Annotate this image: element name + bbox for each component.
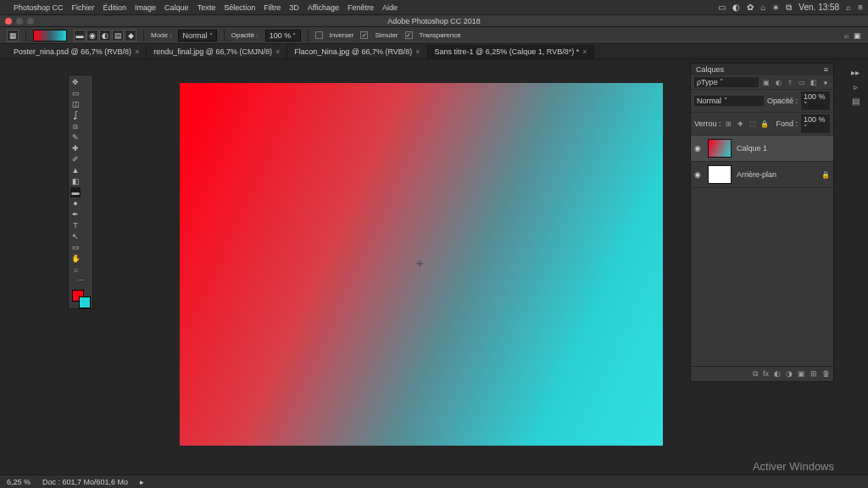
heal-tool-icon[interactable]: ✚ (70, 143, 81, 153)
tray-bt-icon[interactable]: ∗ (772, 3, 779, 12)
maximize-icon[interactable] (27, 18, 34, 25)
hand-tool-icon[interactable]: ✋ (70, 253, 81, 263)
gradient-linear-icon[interactable]: ▬ (74, 30, 86, 42)
close-tab-icon[interactable]: × (135, 47, 139, 56)
filter-adjust-icon[interactable]: ◐ (774, 78, 782, 86)
lock-all-icon[interactable]: 🔒 (760, 119, 769, 128)
filter-toggle-icon[interactable]: ● (821, 78, 830, 86)
gradient-tool-icon[interactable]: ▬ (70, 187, 81, 197)
menu-help[interactable]: Aide (382, 3, 398, 12)
simulate-checkbox[interactable]: ✓ (360, 31, 368, 39)
path-tool-icon[interactable]: ↖ (70, 231, 81, 241)
blur-tool-icon[interactable]: ● (70, 198, 81, 208)
filter-type-icon[interactable]: T (786, 78, 794, 86)
visibility-icon[interactable]: ◉ (694, 144, 703, 152)
close-tab-icon[interactable]: × (415, 47, 420, 56)
zoom-tool-icon[interactable]: ⌕ (70, 264, 81, 274)
layer-item[interactable]: ◉ Calque 1 (691, 136, 833, 162)
reverse-checkbox[interactable] (315, 31, 323, 39)
layer-thumbnail[interactable] (708, 139, 732, 158)
opacity-select[interactable]: 100 % ˅ (265, 30, 301, 42)
layer-name[interactable]: Arrière-plan (737, 170, 776, 179)
background-color[interactable] (79, 297, 91, 308)
history-icon[interactable]: ▹ (854, 82, 858, 92)
eyedrop-tool-icon[interactable]: ✎ (70, 132, 81, 142)
tray-cc-icon[interactable]: ⌂ (760, 3, 765, 12)
new-layer-icon[interactable]: ⊞ (810, 369, 817, 379)
adjustment-layer-icon[interactable]: ◑ (786, 369, 793, 379)
mode-select[interactable]: Normal ˅ (178, 30, 216, 42)
search-icon[interactable]: ⌕ (844, 31, 849, 40)
workspace-icon[interactable]: ▣ (854, 31, 861, 40)
fill-input[interactable]: 100 % ˅ (801, 114, 830, 133)
shape-tool-icon[interactable]: ▭ (70, 242, 81, 252)
menu-image[interactable]: Image (135, 3, 156, 12)
chevron-icon[interactable]: ▸ (140, 478, 144, 486)
layer-fx-icon[interactable]: fx (763, 369, 769, 379)
document-tab[interactable]: rendu_final.jpg @ 66,7% (CMJN/8)× (147, 45, 287, 58)
crop-tool-icon[interactable]: ⧈ (70, 121, 81, 131)
panel-menu-icon[interactable]: ≡ (824, 65, 828, 74)
lock-icon[interactable]: 🔒 (821, 171, 830, 179)
menu-3d[interactable]: 3D (289, 3, 299, 12)
lock-artboard-icon[interactable]: ⬚ (748, 119, 757, 128)
group-icon[interactable]: ▣ (798, 369, 805, 379)
layer-item[interactable]: ◉ Arrière-plan 🔒 (691, 162, 833, 188)
gradient-diamond-icon[interactable]: ◆ (125, 30, 136, 42)
layer-mask-icon[interactable]: ◐ (774, 369, 781, 379)
pen-tool-icon[interactable]: ✒ (70, 209, 81, 219)
eraser-tool-icon[interactable]: ◧ (70, 176, 81, 186)
gradient-reflected-icon[interactable]: ▤ (112, 30, 124, 42)
document-tab[interactable]: Sans titre-1 @ 6,25% (Calque 1, RVB/8*) … (428, 45, 595, 58)
blend-mode-select[interactable]: Normal ˅ (694, 96, 764, 106)
type-tool-icon[interactable]: T (70, 220, 81, 230)
close-tab-icon[interactable]: × (582, 47, 587, 56)
layer-filter-select[interactable]: ρType ˅ (694, 77, 759, 87)
tray-wifi-icon[interactable]: ⧉ (786, 3, 792, 13)
lock-position-icon[interactable]: ✚ (737, 119, 745, 128)
document-tab[interactable]: Poster_nina.psd @ 66,7% (RVB/8)× (7, 45, 147, 58)
filter-shape-icon[interactable]: ▭ (798, 78, 806, 86)
marquee-tool-icon[interactable]: ◫ (70, 99, 81, 109)
tool-indicator-icon[interactable]: ▦ (7, 30, 19, 42)
move-tool-icon[interactable]: ✥ (70, 77, 81, 87)
tray-menu-icon[interactable]: ≡ (858, 3, 863, 12)
menu-app[interactable]: Photoshop CC (14, 3, 64, 12)
artboard-tool-icon[interactable]: ▭ (70, 88, 81, 98)
layer-thumbnail[interactable] (708, 165, 732, 184)
gradient-preview[interactable] (33, 30, 67, 42)
menu-file[interactable]: Fichier (72, 3, 95, 12)
gradient-angle-icon[interactable]: ◐ (99, 30, 111, 42)
close-tab-icon[interactable]: × (275, 47, 280, 56)
filter-smart-icon[interactable]: ◧ (810, 78, 818, 86)
menu-view[interactable]: Affichage (308, 3, 339, 12)
lock-pixels-icon[interactable]: ⊞ (725, 119, 733, 128)
tray-search-icon[interactable]: ⌕ (846, 3, 851, 12)
layer-opacity-input[interactable]: 100 % ˅ (801, 92, 830, 110)
tray-time[interactable]: Ven. 13:58 (798, 3, 839, 12)
panel-title[interactable]: Calques (696, 65, 724, 74)
visibility-icon[interactable]: ◉ (694, 170, 703, 179)
expand-icon[interactable]: ▸▸ (851, 68, 860, 77)
minimize-icon[interactable] (16, 18, 23, 25)
doc-size[interactable]: Doc : 601,7 Mo/601,6 Mo (42, 478, 128, 486)
menu-edit[interactable]: Édition (103, 3, 127, 12)
tray-cloud-icon[interactable]: ◐ (732, 3, 740, 12)
delete-layer-icon[interactable]: 🗑 (822, 369, 830, 379)
canvas[interactable]: ✛ (180, 83, 663, 446)
swatches-icon[interactable]: ▤ (852, 97, 860, 106)
menu-select[interactable]: Sélection (224, 3, 255, 12)
close-icon[interactable] (5, 18, 12, 25)
layer-name[interactable]: Calque 1 (737, 144, 767, 152)
menu-window[interactable]: Fenêtre (348, 3, 374, 12)
document-tab[interactable]: Flacon_Nina.jpg @ 66,7% (RVB/8)× (287, 45, 427, 58)
more-tool-icon[interactable]: ⋯ (70, 275, 91, 286)
menu-filter[interactable]: Filtre (264, 3, 281, 12)
link-layers-icon[interactable]: ⧉ (753, 369, 758, 379)
lasso-tool-icon[interactable]: ʆ (70, 110, 81, 120)
gradient-radial-icon[interactable]: ◉ (86, 30, 98, 42)
stamp-tool-icon[interactable]: ▲ (70, 165, 81, 175)
zoom-level[interactable]: 6,25 % (7, 478, 31, 486)
tray-app-icon[interactable]: ✿ (747, 3, 754, 12)
filter-image-icon[interactable]: ▣ (762, 78, 771, 86)
